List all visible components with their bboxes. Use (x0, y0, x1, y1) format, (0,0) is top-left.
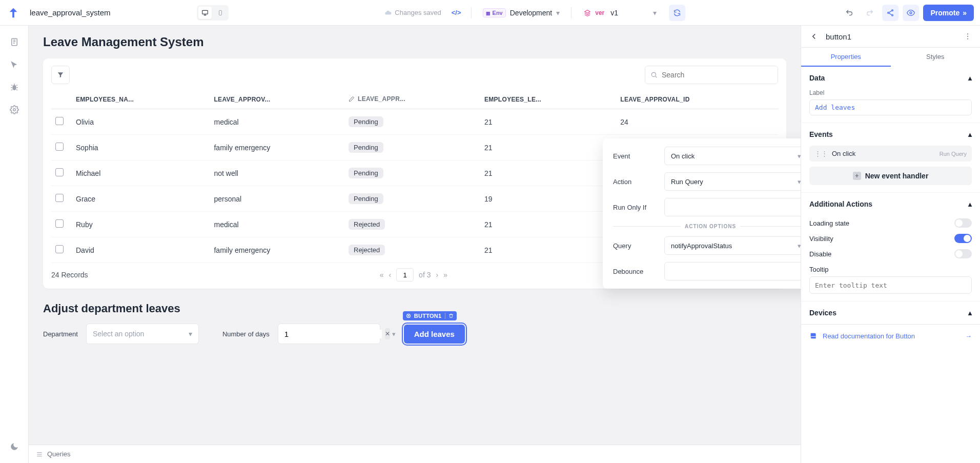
event-config-popover: Event On click ▾ Action Run Query ▾ Run … (603, 138, 801, 289)
department-select[interactable]: Select an option ▾ (86, 324, 199, 344)
status-badge: Pending (349, 193, 383, 204)
promote-label: Promote (930, 9, 959, 17)
page-prev-button[interactable]: ‹ (389, 271, 391, 279)
env-selector[interactable]: ▦ Env Development ▾ (479, 6, 564, 19)
table-search[interactable] (645, 66, 778, 84)
table-row[interactable]: Olivia medical Pending 21 24 (51, 109, 778, 135)
tab-styles[interactable]: Styles (891, 48, 981, 67)
department-placeholder: Select an option (93, 330, 144, 338)
share-button[interactable] (882, 5, 899, 21)
desktop-toggle[interactable] (198, 7, 212, 19)
inspector-back-button[interactable] (809, 32, 819, 41)
cell-name: Michael (72, 160, 210, 186)
row-checkbox[interactable] (55, 117, 64, 125)
row-checkbox[interactable] (55, 194, 64, 202)
loading-state-switch[interactable] (954, 218, 972, 228)
documentation-link[interactable]: Read documentation for Button → (801, 324, 980, 347)
list-icon (36, 451, 43, 458)
cell-reason: medical (210, 212, 344, 237)
col-leave-approv[interactable]: LEAVE_APPROV... (210, 90, 344, 109)
version-selector[interactable]: ver v1 ▾ (579, 7, 662, 19)
col-employees-name[interactable]: EMPLOYEES_NA... (72, 90, 210, 109)
table-search-input[interactable] (662, 71, 772, 79)
filter-button[interactable] (51, 66, 70, 84)
drag-handle-icon[interactable]: ⋮⋮ (814, 150, 828, 157)
disable-row: Disable (809, 246, 972, 261)
records-count: 24 Records (51, 271, 88, 279)
mobile-toggle[interactable] (214, 7, 227, 19)
cell-name: Sophia (72, 135, 210, 160)
ep-query-label: Query (613, 242, 657, 250)
chevron-down-icon: ▾ (189, 330, 192, 338)
svg-point-5 (910, 12, 912, 14)
inspector-tabs: Properties Styles (801, 48, 980, 67)
ep-runonly-input[interactable] (664, 198, 801, 216)
inspector-panel: button1 Properties Styles Data ▴ Label A… (801, 26, 980, 463)
svg-point-2 (892, 10, 893, 11)
inspector-header: button1 (801, 26, 980, 48)
numdays-input[interactable] (284, 330, 382, 338)
ep-query-select[interactable]: notifyApprovalStatus ▾ (664, 236, 801, 255)
chevron-down-icon: ▾ (798, 152, 801, 160)
chevron-right-icon: » (963, 9, 967, 17)
arrow-right-icon: → (965, 332, 972, 340)
devices-section-title: Devices (809, 309, 836, 317)
cell-reason: not well (210, 160, 344, 186)
refresh-button[interactable] (669, 5, 685, 21)
app-name-input[interactable] (27, 6, 160, 19)
page-title: Leave Management System (43, 35, 786, 49)
event-handler-row[interactable]: ⋮⋮ On click Run Query (809, 146, 972, 162)
col-leave-approval-id[interactable]: LEAVE_APPROVAL_ID (616, 90, 778, 109)
row-checkbox[interactable] (55, 143, 64, 151)
selection-tag-label: BUTTON1 (414, 313, 442, 319)
left-rail (0, 26, 29, 463)
ep-event-select[interactable]: On click ▾ (664, 147, 801, 165)
preview-button[interactable] (903, 5, 919, 21)
promote-button[interactable]: Promote » (923, 5, 974, 21)
rail-inspect[interactable] (4, 54, 25, 75)
tab-properties[interactable]: Properties (801, 48, 891, 67)
divider (571, 7, 571, 18)
row-checkbox[interactable] (55, 219, 64, 228)
rail-debug[interactable] (4, 77, 25, 97)
undo-button[interactable] (841, 5, 858, 21)
col-leave-appr-status[interactable]: LEAVE_APPR... (344, 90, 480, 109)
rail-pages[interactable] (4, 32, 25, 52)
collapse-icon[interactable]: ▴ (968, 74, 972, 82)
collapse-icon[interactable]: ▴ (968, 200, 972, 208)
tooltip-input[interactable] (809, 276, 972, 294)
app-logo (6, 6, 21, 20)
page-last-button[interactable]: » (443, 271, 447, 279)
env-badge: ▦ Env (483, 8, 505, 17)
collapse-icon[interactable]: ▴ (968, 130, 972, 138)
col-employees-le[interactable]: EMPLOYEES_LE... (480, 90, 616, 109)
ep-debounce-input[interactable] (664, 262, 801, 280)
ep-action-select[interactable]: Run Query ▾ (664, 172, 801, 191)
row-checkbox[interactable] (55, 168, 64, 176)
page-next-button[interactable]: › (436, 271, 438, 279)
add-leaves-button[interactable]: Add leaves (404, 325, 465, 344)
rail-settings[interactable] (4, 99, 25, 120)
canvas: Leave Management System EMPLOYEES_NA... (29, 26, 801, 463)
new-event-handler-button[interactable]: + New event handler (809, 167, 972, 185)
queries-panel-header[interactable]: Queries (29, 445, 801, 463)
numdays-input-wrap: ✕ ▾ (278, 324, 380, 344)
trash-icon[interactable] (448, 313, 454, 318)
page-first-button[interactable]: « (380, 271, 384, 279)
inspector-more-button[interactable] (964, 32, 972, 41)
topbar-right: Promote » (841, 5, 974, 21)
numdays-clear-button[interactable]: ✕ (385, 328, 390, 339)
label-value-input[interactable]: Add leaves (809, 99, 972, 115)
row-checkbox[interactable] (55, 245, 64, 253)
ver-value: v1 (610, 9, 618, 17)
code-toggle[interactable]: </> (448, 7, 464, 18)
visibility-switch[interactable] (954, 234, 972, 243)
svg-point-7 (12, 85, 16, 91)
ep-action-label: Action (613, 178, 657, 186)
redo-button[interactable] (862, 5, 878, 21)
chevron-down-icon: ▾ (798, 242, 801, 250)
disable-switch[interactable] (954, 249, 972, 258)
collapse-icon[interactable]: ▴ (968, 309, 972, 317)
page-input[interactable] (396, 268, 414, 281)
theme-toggle[interactable] (4, 436, 25, 457)
